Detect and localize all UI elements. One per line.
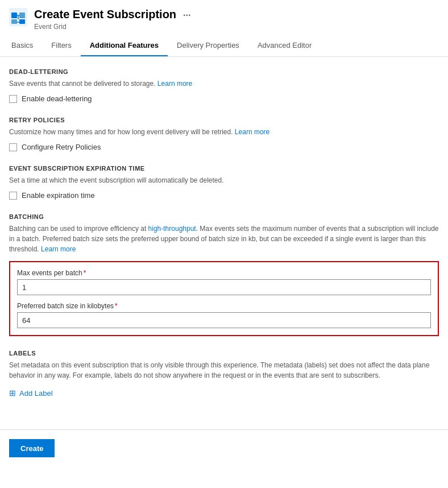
labels-section: LABELS Set metadata on this event subscr…	[9, 350, 439, 400]
svg-rect-4	[19, 19, 25, 24]
max-events-field-group: Max events per batch*	[17, 269, 431, 295]
expiration-checkbox[interactable]	[9, 192, 17, 200]
max-events-label: Max events per batch*	[17, 269, 431, 277]
expiration-checkbox-label[interactable]: Enable expiration time	[22, 191, 95, 200]
page-subtitle: Event Grid	[34, 23, 439, 31]
dead-lettering-learn-more-link[interactable]: Learn more	[157, 80, 192, 88]
tab-basics[interactable]: Basics	[9, 35, 42, 56]
svg-rect-2	[19, 13, 25, 18]
labels-title: LABELS	[9, 350, 439, 357]
svg-rect-3	[11, 19, 17, 24]
ellipsis-menu-button[interactable]: ···	[181, 9, 193, 22]
batch-size-required-marker: *	[115, 302, 118, 310]
max-events-input[interactable]	[17, 279, 431, 295]
page-footer: Create	[0, 429, 448, 466]
dead-lettering-checkbox[interactable]	[9, 95, 17, 103]
dead-lettering-title: DEAD-LETTERING	[9, 68, 439, 75]
page-title: Create Event Subscription	[34, 8, 176, 21]
expiration-checkbox-row: Enable expiration time	[9, 191, 439, 200]
page-header: Create Event Subscription ··· Event Grid	[0, 0, 448, 31]
retry-policies-desc: Customize how many times and for how lon…	[9, 127, 439, 137]
retry-policies-section: RETRY POLICIES Customize how many times …	[9, 117, 439, 151]
create-button[interactable]: Create	[9, 439, 55, 457]
page-title-row: Create Event Subscription ···	[34, 7, 439, 22]
expiration-section: EVENT SUBSCRIPTION EXPIRATION TIME Set a…	[9, 165, 439, 200]
expiration-title: EVENT SUBSCRIPTION EXPIRATION TIME	[9, 165, 439, 172]
dead-lettering-section: DEAD-LETTERING Save events that cannot b…	[9, 68, 439, 103]
batching-section: BATCHING Batching can be used to improve…	[9, 213, 439, 336]
batching-title: BATCHING	[9, 213, 439, 220]
batch-size-input[interactable]	[17, 312, 431, 328]
batch-size-field-group: Preferred batch size in kilobytes*	[17, 302, 431, 328]
retry-policies-title: RETRY POLICIES	[9, 117, 439, 123]
retry-policies-checkbox-row: Configure Retry Policies	[9, 143, 439, 151]
batching-learn-more-link[interactable]: Learn more	[41, 245, 76, 253]
expiration-desc: Set a time at which the event subscripti…	[9, 175, 439, 185]
max-events-required-marker: *	[84, 269, 86, 277]
add-label-icon: ⊞	[9, 388, 16, 398]
labels-desc: Set metadata on this event subscription …	[9, 360, 439, 381]
retry-policies-learn-more-link[interactable]: Learn more	[235, 128, 269, 136]
batching-fields-box: Max events per batch* Preferred batch si…	[9, 261, 439, 336]
tab-bar: Basics Filters Additional Features Deliv…	[0, 35, 448, 57]
main-content: DEAD-LETTERING Save events that cannot b…	[0, 57, 448, 425]
tab-delivery-properties[interactable]: Delivery Properties	[168, 35, 248, 56]
tab-advanced-editor[interactable]: Advanced Editor	[248, 35, 321, 56]
tab-filters[interactable]: Filters	[42, 35, 80, 56]
dead-lettering-desc: Save events that cannot be delivered to …	[9, 78, 439, 89]
header-text-group: Create Event Subscription ··· Event Grid	[34, 7, 439, 31]
add-label-button[interactable]: ⊞ Add Label	[9, 386, 53, 400]
tab-additional-features[interactable]: Additional Features	[81, 35, 168, 56]
svg-rect-1	[11, 13, 17, 18]
batching-highlight: high-throughput	[148, 225, 196, 233]
batching-desc: Batching can be used to improve efficien…	[9, 224, 439, 254]
retry-policies-checkbox-label[interactable]: Configure Retry Policies	[22, 143, 101, 151]
retry-policies-checkbox[interactable]	[9, 143, 17, 151]
dead-lettering-checkbox-row: Enable dead-lettering	[9, 94, 439, 103]
event-grid-icon	[9, 8, 27, 26]
batch-size-label: Preferred batch size in kilobytes*	[17, 302, 431, 310]
dead-lettering-checkbox-label[interactable]: Enable dead-lettering	[22, 94, 92, 103]
add-label-button-text: Add Label	[19, 389, 53, 398]
